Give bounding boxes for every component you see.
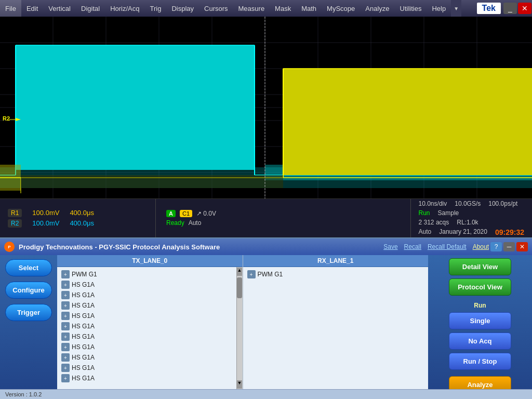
list-item[interactable]: + HS G1A	[59, 352, 234, 363]
svg-rect-34	[21, 175, 283, 188]
status-bar: R1 100.0mV 400.0μs R2 100.0mV 400.0μs A …	[0, 198, 532, 237]
ps-pt: 100.0ps/pt	[488, 200, 517, 207]
expand-icon[interactable]: +	[61, 374, 70, 382]
list-item[interactable]: + HS G1A	[59, 342, 234, 352]
list-item[interactable]: + PWM G1	[59, 269, 234, 280]
menu-math[interactable]: Math	[296, 0, 322, 17]
run-status: Run	[419, 209, 430, 217]
menu-horiz-acq[interactable]: Horiz/Acq	[105, 0, 144, 17]
menu-edit[interactable]: Edit	[21, 0, 43, 17]
ch-r1-volts: 100.0mV	[32, 209, 59, 217]
expand-icon[interactable]: +	[61, 291, 70, 299]
sample-rate: 10.0GS/s	[455, 200, 481, 207]
version-text: Version : 1.0.2	[5, 391, 42, 397]
list-item[interactable]: + HS G1A	[59, 321, 234, 331]
rl-value: RL:1.0k	[457, 219, 478, 226]
ch-r2-label: R2	[8, 219, 22, 228]
configure-button[interactable]: Configure	[5, 282, 52, 299]
tx-scrollbar-thumb[interactable]	[237, 277, 242, 298]
menu-myscope[interactable]: MyScope	[322, 0, 360, 17]
protocol-view-button[interactable]: Protocol View	[449, 278, 511, 296]
window-close-button[interactable]: ✕	[518, 3, 531, 14]
save-link[interactable]: Save	[383, 243, 397, 250]
menu-utilities[interactable]: Utilities	[395, 0, 427, 17]
expand-icon[interactable]: +	[61, 343, 70, 351]
proto-close-button[interactable]: ✕	[516, 242, 528, 251]
menu-file[interactable]: File	[0, 0, 21, 17]
tx-scrollbar[interactable]: ▲ ▼	[236, 267, 243, 389]
tek-logo: Tek	[477, 3, 501, 14]
analyze-button[interactable]: Analyze	[449, 376, 511, 389]
proto-main: TX_LANE_0 + PWM G1 + HS G1A	[57, 255, 428, 389]
proto-panel: P Prodigy Technovations - PGY-SSIC Proto…	[0, 237, 532, 399]
ch-r2-volts: 100.0mV	[32, 219, 59, 228]
expand-icon[interactable]: +	[247, 270, 256, 278]
expand-icon[interactable]: +	[61, 364, 70, 372]
scope-waveform-area: R2	[0, 17, 532, 198]
list-item[interactable]: + HS G1A	[59, 363, 234, 373]
list-item[interactable]: + HS G1A	[59, 290, 234, 300]
proto-title-bar: P Prodigy Technovations - PGY-SSIC Proto…	[0, 238, 532, 255]
ch-r2-time: 400.0μs	[70, 219, 94, 228]
expand-icon[interactable]: +	[61, 281, 70, 289]
badge-c1: C1	[180, 210, 192, 217]
svg-rect-18	[16, 45, 255, 170]
list-item[interactable]: + HS G1A	[59, 280, 234, 290]
recall-link[interactable]: Recall	[404, 243, 421, 250]
expand-icon[interactable]: +	[61, 312, 70, 320]
no-acq-button[interactable]: No Acq	[449, 332, 511, 350]
list-item[interactable]: + HS G1A	[59, 300, 234, 311]
menu-dropdown-arrow[interactable]: ▼	[451, 0, 461, 17]
tx-lane-header: TX_LANE_0	[57, 255, 243, 267]
svg-text:R2: R2	[3, 115, 10, 122]
proto-sidebar: Select Configure Trigger	[0, 255, 57, 389]
list-item[interactable]: + PWM G1	[245, 269, 427, 280]
trigger-button[interactable]: Trigger	[5, 304, 52, 321]
detail-view-button[interactable]: Detail View	[449, 258, 511, 275]
tx-lane: TX_LANE_0 + PWM G1 + HS G1A	[57, 255, 243, 389]
ch-r1-time: 400.0μs	[70, 209, 94, 217]
menu-cursors[interactable]: Cursors	[199, 0, 233, 17]
proto-status-bar: Version : 1.0.2	[0, 389, 532, 399]
run-stop-button[interactable]: Run / Stop	[449, 353, 511, 370]
ready-text: Ready	[166, 219, 184, 227]
expand-icon[interactable]: +	[61, 353, 70, 362]
rx-lane: RX_LANE_1 + PWM G1	[243, 255, 429, 389]
date-text: January 21, 2020	[439, 228, 487, 236]
expand-icon[interactable]: +	[61, 332, 70, 341]
expand-icon[interactable]: +	[61, 322, 70, 330]
menu-digital[interactable]: Digital	[76, 0, 105, 17]
list-item[interactable]: + HS G1A	[59, 331, 234, 342]
menu-analyze[interactable]: Analyze	[360, 0, 394, 17]
list-item[interactable]: + HS G1A	[59, 311, 234, 321]
menu-vertical[interactable]: Vertical	[43, 0, 76, 17]
menu-mask[interactable]: Mask	[270, 0, 296, 17]
expand-icon[interactable]: +	[61, 301, 70, 310]
proto-minimize-button[interactable]: ─	[503, 242, 515, 251]
window-minimize-button[interactable]: _	[503, 3, 517, 14]
about-link[interactable]: About	[473, 243, 489, 250]
rx-lane-content[interactable]: + PWM G1	[243, 267, 429, 389]
prodigy-logo: P	[4, 242, 15, 252]
proto-lanes: TX_LANE_0 + PWM G1 + HS G1A	[57, 255, 428, 389]
menu-trig[interactable]: Trig	[144, 0, 166, 17]
recall-default-link[interactable]: Recall Default	[428, 243, 467, 250]
mode-text: Auto	[419, 228, 432, 236]
svg-rect-28	[283, 69, 532, 175]
sample-mode: Sample	[438, 209, 459, 217]
status-middle: A C1 ↗ 0.0V Ready Auto	[156, 199, 411, 237]
acqs-count: 2 312 acqs	[419, 219, 449, 226]
ch-r1-label: R1	[8, 209, 22, 217]
menu-help[interactable]: Help	[427, 0, 451, 17]
status-right: 10.0ns/div 10.0GS/s 100.0ps/pt Run Sampl…	[411, 199, 532, 237]
tx-lane-content[interactable]: + PWM G1 + HS G1A + HS G1A	[57, 267, 236, 389]
single-button[interactable]: Single	[449, 312, 511, 329]
proto-content: Select Configure Trigger TX_LANE_0 + PWM…	[0, 255, 532, 389]
menu-display[interactable]: Display	[166, 0, 199, 17]
proto-help-button[interactable]: ?	[490, 242, 502, 251]
proto-title-links: Save Recall Recall Default About	[383, 243, 489, 250]
expand-icon[interactable]: +	[61, 270, 70, 278]
menu-measure[interactable]: Measure	[233, 0, 270, 17]
select-button[interactable]: Select	[5, 259, 52, 276]
list-item[interactable]: + HS G1A	[59, 373, 234, 383]
